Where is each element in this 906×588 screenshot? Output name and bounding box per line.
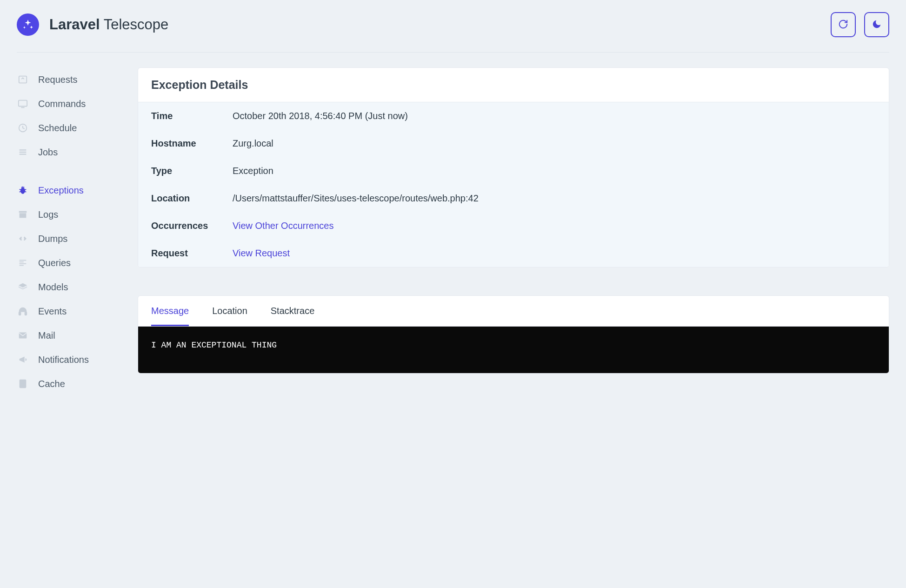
sidebar-item-queries[interactable]: Queries xyxy=(17,251,124,275)
megaphone-icon xyxy=(17,354,29,366)
list-icon xyxy=(17,146,29,158)
card-title: Exception Details xyxy=(138,68,889,102)
svg-rect-0 xyxy=(19,76,27,83)
detail-value: October 20th 2018, 4:56:40 PM (Just now) xyxy=(233,111,408,121)
view-occurrences-link[interactable]: View Other Occurrences xyxy=(233,220,334,231)
detail-row-time: Time October 20th 2018, 4:56:40 PM (Just… xyxy=(138,102,889,130)
refresh-icon xyxy=(838,19,848,31)
sidebar-item-events[interactable]: Events xyxy=(17,299,124,323)
detail-value: Zurg.local xyxy=(233,138,273,149)
sidebar-item-exceptions[interactable]: Exceptions xyxy=(17,178,124,202)
svg-line-12 xyxy=(25,192,27,192)
sidebar-item-label: Dumps xyxy=(38,234,67,244)
sidebar-item-label: Mail xyxy=(38,330,55,341)
sidebar-item-label: Cache xyxy=(38,379,65,389)
header: Laravel Telescope xyxy=(17,12,889,53)
dark-mode-button[interactable] xyxy=(864,12,889,37)
svg-rect-23 xyxy=(19,312,21,315)
detail-row-location: Location /Users/mattstauffer/Sites/uses-… xyxy=(138,185,889,212)
align-left-icon xyxy=(17,257,29,269)
detail-value: /Users/mattstauffer/Sites/uses-telescope… xyxy=(233,193,479,204)
brand: Laravel Telescope xyxy=(17,13,168,36)
moon-icon xyxy=(872,19,882,31)
svg-line-10 xyxy=(25,189,27,190)
sidebar-item-dumps[interactable]: Dumps xyxy=(17,227,124,251)
svg-rect-15 xyxy=(19,211,27,213)
svg-rect-24 xyxy=(25,312,27,315)
refresh-button[interactable] xyxy=(831,12,856,37)
sidebar: Requests Commands Schedule Jobs xyxy=(17,67,124,410)
detail-row-hostname: Hostname Zurg.local xyxy=(138,130,889,157)
sidebar-item-label: Commands xyxy=(38,99,86,109)
bug-icon xyxy=(17,184,29,196)
tab-location[interactable]: Location xyxy=(212,296,247,326)
sidebar-item-mail[interactable]: Mail xyxy=(17,323,124,347)
detail-label: Time xyxy=(151,111,233,121)
archive-icon xyxy=(17,208,29,220)
detail-row-request: Request View Request xyxy=(138,240,889,267)
exception-details-card: Exception Details Time October 20th 2018… xyxy=(138,67,889,267)
sidebar-item-label: Queries xyxy=(38,258,71,268)
svg-line-11 xyxy=(20,192,21,192)
svg-rect-2 xyxy=(21,107,24,108)
sidebar-item-commands[interactable]: Commands xyxy=(17,92,124,116)
detail-label: Hostname xyxy=(151,138,233,149)
mail-icon xyxy=(17,329,29,341)
detail-value: Exception xyxy=(233,166,273,176)
tab-stacktrace[interactable]: Stacktrace xyxy=(271,296,314,326)
terminal-icon xyxy=(17,98,29,110)
exception-message-body: I AM AN EXCEPTIONAL THING xyxy=(138,327,889,373)
window-icon xyxy=(17,74,29,86)
detail-row-occurrences: Occurrences View Other Occurrences xyxy=(138,212,889,240)
detail-label: Occurrences xyxy=(151,220,233,231)
sidebar-item-notifications[interactable]: Notifications xyxy=(17,347,124,372)
brand-title: Laravel Telescope xyxy=(49,16,168,33)
headphones-icon xyxy=(17,305,29,317)
sidebar-item-label: Models xyxy=(38,282,68,293)
sidebar-item-jobs[interactable]: Jobs xyxy=(17,140,124,164)
detail-label: Location xyxy=(151,193,233,204)
detail-label: Type xyxy=(151,166,233,176)
sidebar-item-label: Schedule xyxy=(38,123,77,134)
svg-rect-25 xyxy=(19,333,27,339)
sidebar-item-label: Logs xyxy=(38,209,58,220)
tabs: Message Location Stacktrace xyxy=(138,296,889,327)
detail-row-type: Type Exception xyxy=(138,157,889,185)
svg-rect-16 xyxy=(20,213,27,218)
code-icon xyxy=(17,233,29,245)
svg-rect-1 xyxy=(19,100,27,107)
sidebar-item-label: Exceptions xyxy=(38,185,84,196)
detail-label: Request xyxy=(151,248,233,259)
exception-tabs-card: Message Location Stacktrace I AM AN EXCE… xyxy=(138,295,889,374)
svg-line-14 xyxy=(24,187,24,188)
sidebar-item-models[interactable]: Models xyxy=(17,275,124,299)
clock-icon xyxy=(17,122,29,134)
telescope-logo-icon xyxy=(17,13,39,36)
sidebar-item-cache[interactable]: Cache xyxy=(17,372,124,396)
file-icon xyxy=(17,378,29,390)
sidebar-item-label: Jobs xyxy=(38,147,58,158)
view-request-link[interactable]: View Request xyxy=(233,248,290,258)
sidebar-item-schedule[interactable]: Schedule xyxy=(17,116,124,140)
tab-message[interactable]: Message xyxy=(151,296,189,326)
svg-line-13 xyxy=(21,187,22,188)
layers-icon xyxy=(17,281,29,293)
sidebar-item-label: Events xyxy=(38,306,67,317)
sidebar-item-label: Notifications xyxy=(38,354,89,365)
sidebar-item-requests[interactable]: Requests xyxy=(17,67,124,92)
svg-line-9 xyxy=(20,189,21,190)
sidebar-item-logs[interactable]: Logs xyxy=(17,202,124,227)
sidebar-item-label: Requests xyxy=(38,74,78,85)
svg-point-7 xyxy=(20,188,25,194)
